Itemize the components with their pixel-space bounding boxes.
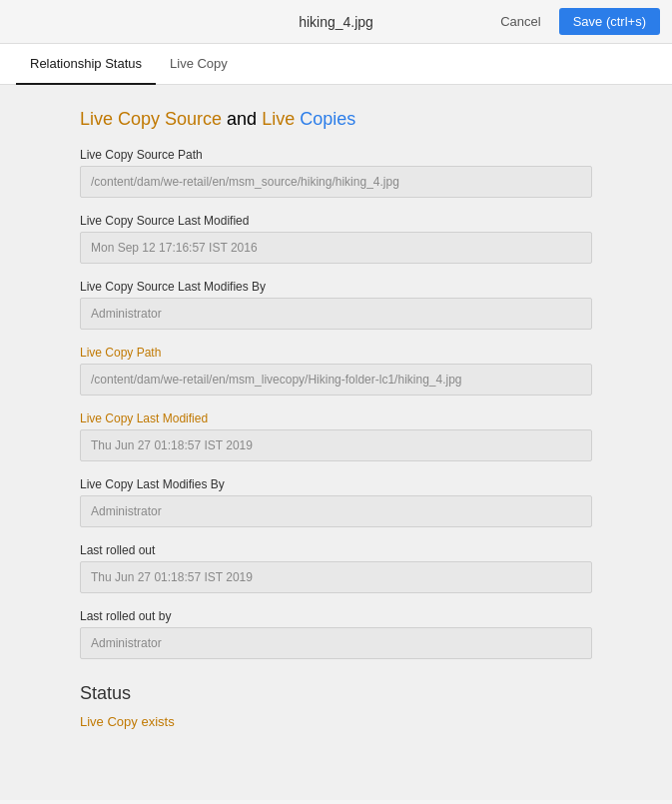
- heading-copies: Copies: [300, 109, 355, 129]
- status-title: Status: [80, 683, 592, 704]
- field-label-source-last-modified: Live Copy Source Last Modified: [80, 214, 592, 228]
- save-shortcut: (ctrl+s): [606, 14, 646, 29]
- field-label-source-last-modifies-by: Live Copy Source Last Modifies By: [80, 280, 592, 294]
- field-value-live-copy-last-modifies-by: Administrator: [80, 495, 592, 527]
- tabs-bar: Relationship Status Live Copy: [0, 44, 672, 85]
- section-heading: Live Copy Source and Live Copies: [80, 109, 592, 130]
- heading-live: Live: [262, 109, 295, 129]
- field-value-source-last-modified: Mon Sep 12 17:16:57 IST 2016: [80, 232, 592, 264]
- field-last-rolled-out: Last rolled out Thu Jun 27 01:18:57 IST …: [80, 543, 592, 593]
- field-label-live-copy-path: Live Copy Path: [80, 346, 592, 360]
- field-live-copy-path: Live Copy Path /content/dam/we-retail/en…: [80, 346, 592, 396]
- save-button[interactable]: Save (ctrl+s): [559, 8, 660, 35]
- main-content: Live Copy Source and Live Copies Live Co…: [0, 85, 672, 800]
- field-value-last-rolled-out: Thu Jun 27 01:18:57 IST 2019: [80, 561, 592, 593]
- field-value-last-rolled-out-by: Administrator: [80, 627, 592, 659]
- tab-relationship-status[interactable]: Relationship Status: [16, 44, 156, 85]
- field-value-source-last-modifies-by: Administrator: [80, 298, 592, 330]
- field-live-copy-source-path: Live Copy Source Path /content/dam/we-re…: [80, 148, 592, 198]
- field-value-live-copy-last-modified: Thu Jun 27 01:18:57 IST 2019: [80, 429, 592, 461]
- save-label: Save: [573, 14, 603, 29]
- tab-live-copy[interactable]: Live Copy: [156, 44, 242, 85]
- field-value-live-copy-path: /content/dam/we-retail/en/msm_livecopy/H…: [80, 364, 592, 396]
- page-title: hiking_4.jpg: [299, 14, 373, 30]
- field-live-copy-last-modified: Live Copy Last Modified Thu Jun 27 01:18…: [80, 411, 592, 461]
- field-label-source-path: Live Copy Source Path: [80, 148, 592, 162]
- cancel-button[interactable]: Cancel: [490, 8, 550, 35]
- field-label-live-copy-last-modified: Live Copy Last Modified: [80, 411, 592, 425]
- field-last-rolled-out-by: Last rolled out by Administrator: [80, 609, 592, 659]
- field-value-source-path: /content/dam/we-retail/en/msm_source/hik…: [80, 166, 592, 198]
- field-label-live-copy-last-modifies-by: Live Copy Last Modifies By: [80, 477, 592, 491]
- field-label-last-rolled-out-by: Last rolled out by: [80, 609, 592, 623]
- field-live-copy-source-last-modified: Live Copy Source Last Modified Mon Sep 1…: [80, 214, 592, 264]
- field-live-copy-last-modifies-by: Live Copy Last Modifies By Administrator: [80, 477, 592, 527]
- field-label-last-rolled-out: Last rolled out: [80, 543, 592, 557]
- field-live-copy-source-last-modifies-by: Live Copy Source Last Modifies By Admini…: [80, 280, 592, 330]
- header-bar: hiking_4.jpg Cancel Save (ctrl+s): [0, 0, 672, 44]
- heading-part1: Live Copy Source: [80, 109, 222, 129]
- status-section: Status Live Copy exists: [80, 683, 592, 729]
- live-copy-exists-label: Live Copy exists: [80, 714, 592, 729]
